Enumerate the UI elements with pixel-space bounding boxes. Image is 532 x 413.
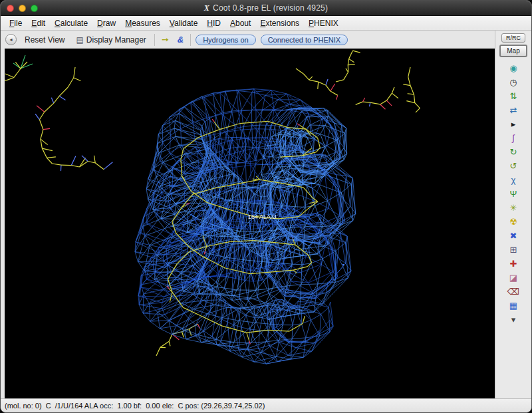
coot-window: XCoot 0.8-pre EL (revision 4925) FileEdi… [0, 0, 532, 413]
close-button[interactable] [7, 5, 14, 12]
hydrogens-toggle-button[interactable]: Hydrogens on [196, 35, 256, 45]
minimize-button[interactable] [19, 5, 26, 12]
status-bar: (mol. no: 0) C /1/U/164 ALA occ: 1.00 bf… [1, 398, 531, 412]
menu-validate[interactable]: Validate [165, 17, 203, 29]
traffic-lights [7, 5, 38, 12]
molecular-canvas[interactable] [5, 49, 495, 398]
radiation-icon[interactable]: ☢ [495, 215, 531, 229]
window-title-text: Coot 0.8-pre EL (revision 4925) [213, 3, 328, 13]
add-icon[interactable]: ✚ [495, 257, 531, 271]
x11-icon: X [204, 3, 209, 13]
display-manager-label: Display Manager [86, 35, 146, 45]
menu-bar: FileEditCalculateDrawMeasuresValidateHID… [1, 16, 531, 31]
menu-measures[interactable]: Measures [120, 17, 165, 29]
backbone-icon[interactable]: Ψ [495, 187, 531, 201]
torsion-edit-icon[interactable]: ∫ [495, 131, 531, 145]
menu-file[interactable]: File [5, 17, 27, 29]
modelling-icon-strip: ◉◷⇅⇄▸∫↻↺χΨ✳☢✖⊞✚◪⌫▦▾ [495, 61, 531, 327]
scroll-down-icon[interactable]: ▾ [495, 313, 531, 327]
reset-view-button[interactable]: Reset View [21, 34, 68, 46]
reset-view-label: Reset View [25, 35, 65, 45]
display-manager-button[interactable]: ▤ Display Manager [72, 34, 149, 46]
viewport: 164 ALA U [5, 49, 495, 398]
left-column: ◂ Reset View ▤ Display Manager ➙ & Hydro… [1, 31, 495, 398]
menu-extensions[interactable]: Extensions [255, 17, 304, 29]
toolbar-separator-1 [154, 34, 155, 46]
goto-atom-icon[interactable]: ➙ [160, 34, 171, 45]
toolbar-separator-2 [190, 34, 191, 46]
title-bar[interactable]: XCoot 0.8-pre EL (revision 4925) [1, 1, 531, 16]
display-manager-icon: ▤ [76, 35, 83, 45]
menu-phenix[interactable]: PHENIX [304, 17, 343, 29]
menu-about[interactable]: About [225, 17, 255, 29]
menu-calculate[interactable]: Calculate [50, 17, 92, 29]
menu-edit[interactable]: Edit [27, 17, 50, 29]
refine-icon[interactable]: ⇅ [495, 89, 531, 103]
regularize-icon[interactable]: ⇄ [495, 103, 531, 117]
run-icon[interactable]: ▸ [495, 117, 531, 131]
chi-angles-icon[interactable]: χ [495, 173, 531, 187]
goto-ligand-icon[interactable]: & [176, 34, 186, 45]
residue-label: 164 ALA U [248, 213, 277, 220]
rotate-translate-icon[interactable]: ↻ [495, 145, 531, 159]
status-text: (mol. no: 0) C /1/U/164 ALA occ: 1.00 bf… [5, 402, 265, 410]
toolbar-collapse-button[interactable]: ◂ [5, 34, 17, 45]
menu-draw[interactable]: Draw [92, 17, 120, 29]
mutate-icon[interactable]: ✳ [495, 201, 531, 215]
content-row: ◂ Reset View ▤ Display Manager ➙ & Hydro… [1, 31, 531, 398]
zoom-button[interactable] [31, 5, 38, 12]
phenix-connection-badge[interactable]: Connected to PHENIX [261, 35, 348, 45]
window-title: XCoot 0.8-pre EL (revision 4925) [1, 3, 531, 13]
display-screen-icon[interactable]: ▦ [495, 299, 531, 313]
rrc-button[interactable]: R/RC [501, 33, 525, 43]
timer-icon[interactable]: ◷ [495, 75, 531, 89]
auto-fit-rotamer-icon[interactable]: ↺ [495, 159, 531, 173]
map-button[interactable]: Map [499, 45, 527, 57]
menu-hid[interactable]: HID [202, 17, 225, 29]
sphere-refine-icon[interactable]: ◉ [495, 61, 531, 75]
cross-icon[interactable]: ✖ [495, 229, 531, 243]
eraser-icon[interactable]: ◪ [495, 271, 531, 285]
trash-icon[interactable]: ⌫ [495, 285, 531, 299]
right-tool-panel: R/RC Map ◉◷⇅⇄▸∫↻↺χΨ✳☢✖⊞✚◪⌫▦▾ [495, 31, 531, 398]
add-box-icon[interactable]: ⊞ [495, 243, 531, 257]
toolbar: ◂ Reset View ▤ Display Manager ➙ & Hydro… [1, 31, 495, 49]
